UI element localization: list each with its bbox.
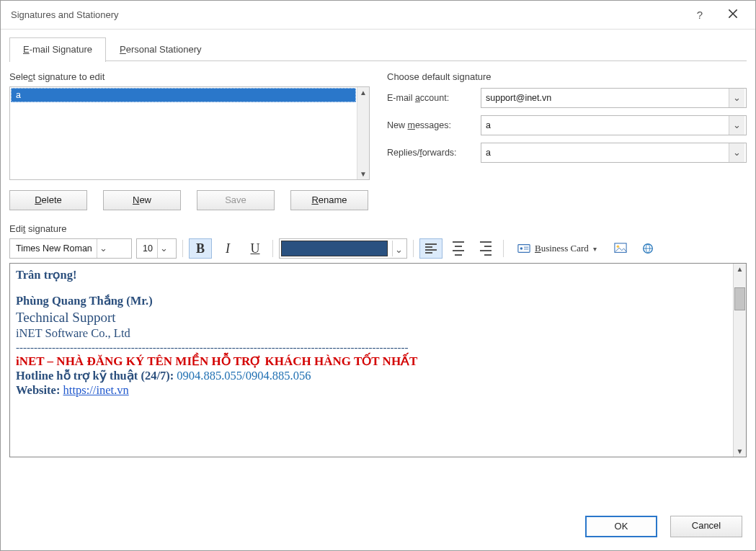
align-center-button[interactable] [447, 238, 470, 259]
listbox-scrollbar[interactable]: ▲ ▼ [357, 87, 369, 179]
chevron-down-icon: ⌄ [157, 239, 170, 258]
sig-greeting: Trân trọng! [16, 268, 727, 282]
tabs: E-mail Signature Personal Stationery [9, 37, 747, 61]
separator [413, 240, 414, 257]
list-item[interactable]: a [11, 88, 356, 102]
scroll-thumb[interactable] [734, 287, 745, 310]
sig-slogan: iNET – NHÀ ĐĂNG KÝ TÊN MIỀN HỖ TRỢ KHÁCH… [16, 354, 727, 369]
new-messages-label: New messages: [387, 120, 481, 130]
editor-toolbar: Times New Roman ⌄ 10 ⌄ B I U ⌄ Business … [9, 238, 747, 259]
font-family-select[interactable]: Times New Roman ⌄ [9, 238, 132, 259]
separator [272, 240, 273, 257]
font-color-select[interactable]: ⌄ [279, 238, 407, 259]
svg-point-1 [520, 247, 523, 250]
chevron-down-icon: ⌄ [729, 89, 744, 107]
sig-role: Technical Support [16, 310, 727, 326]
sig-name: Phùng Quang Thắng (Mr.) [16, 294, 727, 308]
sig-hotline: Hotline hỗ trợ kỹ thuật (24/7): 0904.885… [16, 369, 727, 383]
sig-divider: ----------------------------------------… [16, 341, 727, 354]
separator [503, 240, 504, 257]
underline-button[interactable]: U [244, 238, 267, 259]
edit-signature-label: Edit signature [9, 223, 747, 234]
save-button: Save [197, 190, 275, 210]
close-button[interactable] [716, 3, 750, 27]
font-size-select[interactable]: 10 ⌄ [136, 238, 177, 259]
chevron-down-icon: ⌄ [392, 241, 405, 256]
signature-editor[interactable]: Trân trọng! Phùng Quang Thắng (Mr.) Tech… [9, 263, 747, 457]
replies-forwards-value: a [486, 148, 491, 158]
insert-picture-button[interactable] [609, 238, 632, 259]
font-family-value: Times New Roman [16, 243, 92, 254]
align-right-button[interactable] [474, 238, 497, 259]
choose-default-label: Choose default signature [387, 71, 747, 82]
scroll-up-icon[interactable]: ▲ [357, 87, 369, 98]
align-left-button[interactable] [419, 238, 443, 259]
new-messages-combo[interactable]: a ⌄ [481, 115, 747, 135]
separator [182, 240, 183, 257]
tab-personal-stationery[interactable]: Personal Stationery [106, 37, 215, 62]
replies-forwards-combo[interactable]: a ⌄ [481, 143, 747, 163]
editor-scrollbar[interactable]: ▲ ▼ [733, 264, 746, 457]
hyperlink-icon [641, 242, 654, 255]
help-button[interactable]: ? [683, 4, 716, 25]
business-card-icon [517, 242, 530, 255]
email-account-combo[interactable]: support@inet.vn ⌄ [481, 88, 747, 108]
scroll-down-icon[interactable]: ▼ [734, 446, 746, 457]
insert-hyperlink-button[interactable] [636, 238, 659, 259]
sig-company: iNET Software Co., Ltd [16, 326, 727, 341]
bold-button[interactable]: B [189, 238, 212, 259]
window-title: Signatures and Stationery [11, 9, 683, 20]
svg-rect-0 [518, 245, 530, 253]
new-button[interactable]: New [103, 190, 181, 210]
close-icon [726, 7, 739, 20]
replies-forwards-label: Replies/forwards: [387, 148, 481, 158]
chevron-down-icon: ⌄ [729, 143, 744, 162]
cancel-button[interactable]: Cancel [670, 516, 742, 537]
email-account-value: support@inet.vn [486, 93, 551, 103]
scroll-up-icon[interactable]: ▲ [734, 264, 746, 274]
scroll-down-icon[interactable]: ▼ [357, 169, 369, 179]
ok-button[interactable]: OK [585, 516, 657, 537]
italic-button[interactable]: I [216, 238, 239, 259]
email-account-label: E-mail account: [387, 93, 481, 103]
business-card-button[interactable]: Business Card ▾ [510, 238, 605, 259]
chevron-down-icon: ⌄ [97, 239, 110, 258]
titlebar: Signatures and Stationery ? [1, 1, 755, 30]
tab-email-signature[interactable]: E-mail Signature [9, 37, 106, 62]
font-size-value: 10 [143, 243, 153, 254]
color-swatch [281, 241, 388, 256]
delete-button[interactable]: Delete [9, 190, 87, 210]
select-signature-label: Select signature to edit [9, 71, 370, 82]
rename-button[interactable]: Rename [290, 190, 368, 210]
new-messages-value: a [486, 120, 491, 130]
picture-icon [614, 242, 627, 255]
svg-point-5 [616, 246, 619, 248]
chevron-down-icon: ⌄ [729, 116, 744, 135]
sig-website: Website: https://inet.vn [16, 383, 727, 398]
signature-listbox[interactable]: a ▲ ▼ [9, 86, 370, 180]
